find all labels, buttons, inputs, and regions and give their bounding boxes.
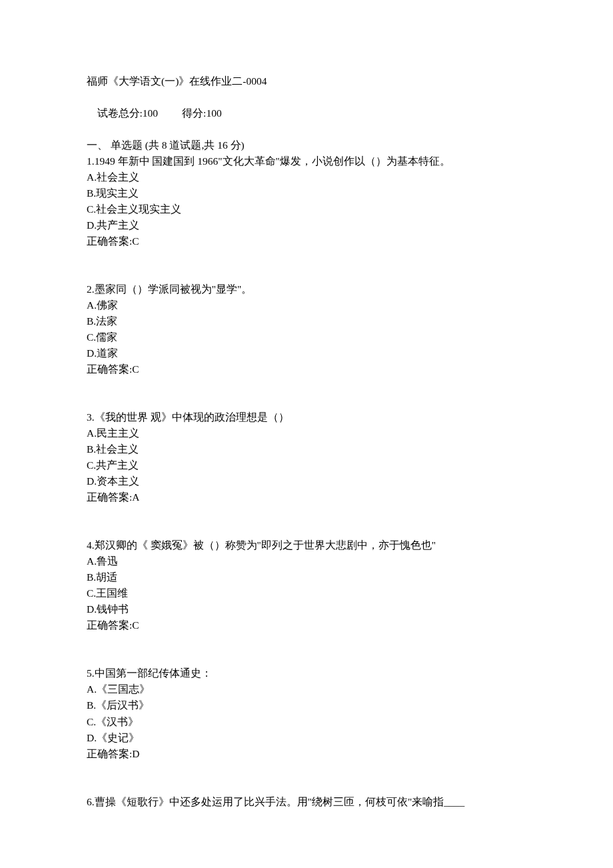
- question-option: B.社会主义: [87, 441, 526, 457]
- question-answer: 正确答案:D: [87, 746, 526, 762]
- question-option: B.现实主义: [87, 185, 526, 201]
- total-label: 试卷总分:: [97, 107, 143, 119]
- question-stem: 1.1949 年新中 国建国到 1966"文化大革命"爆发，小说创作以（）为基本…: [87, 153, 526, 169]
- total-value: 100: [143, 107, 158, 119]
- question-stem: 4.郑汉卿的《 窦娥冤》被（）称赞为"即列之于世界大悲剧中，亦于愧色也": [87, 537, 526, 553]
- question-option: B.《后汉书》: [87, 697, 526, 713]
- question-option: D.资本主义: [87, 473, 526, 489]
- question-option: A.佛家: [87, 297, 526, 313]
- question-option: B.胡适: [87, 569, 526, 585]
- question-option: D.道家: [87, 345, 526, 361]
- score-label: 得分:: [182, 107, 206, 119]
- question-option: A.《三国志》: [87, 681, 526, 697]
- question-answer: 正确答案:A: [87, 489, 526, 505]
- question-option: C.《汉书》: [87, 714, 526, 730]
- question-answer: 正确答案:C: [87, 233, 526, 249]
- question-option: B.法家: [87, 313, 526, 329]
- question-stem: 2.墨家同（）学派同被视为"显学"。: [87, 281, 526, 297]
- question-stem: 5.中国第一部纪传体通史：: [87, 665, 526, 681]
- question-option: C.社会主义现实主义: [87, 201, 526, 217]
- question-option: C.王国维: [87, 585, 526, 601]
- question-stem: 6.曹操《短歌行》中还多处运用了比兴手法。用"绕树三匝，何枝可依"来喻指____: [87, 794, 526, 810]
- question-option: D.钱钟书: [87, 601, 526, 617]
- question-option: C.共产主义: [87, 457, 526, 473]
- question-option: A.社会主义: [87, 169, 526, 185]
- section-heading: 一、 单选题 (共 8 道试题,共 16 分): [87, 137, 526, 153]
- question-option: D.《史记》: [87, 730, 526, 746]
- score-line: 试卷总分:100得分:100: [87, 89, 526, 137]
- document-page: 福师《大学语文(一)》在线作业二-0004 试卷总分:100得分:100 一、 …: [0, 0, 613, 850]
- question-option: C.儒家: [87, 329, 526, 345]
- score-value: 100: [206, 107, 221, 119]
- question-option: D.共产主义: [87, 217, 526, 233]
- doc-title: 福师《大学语文(一)》在线作业二-0004: [87, 73, 526, 89]
- question-answer: 正确答案:C: [87, 617, 526, 633]
- question-answer: 正确答案:C: [87, 361, 526, 377]
- question-option: A.民主主义: [87, 425, 526, 441]
- question-option: A.鲁迅: [87, 553, 526, 569]
- question-stem: 3.《我的世界 观》中体现的政治理想是（）: [87, 409, 526, 425]
